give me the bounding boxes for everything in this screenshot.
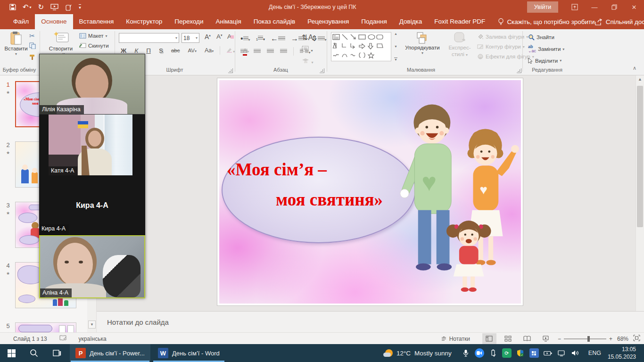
language-indicator[interactable]: українська <box>79 336 107 342</box>
quick-styles-button[interactable]: Експрес-стилі ▾ <box>443 31 476 58</box>
font-dialog-launcher[interactable] <box>228 68 233 73</box>
sign-in-button[interactable]: Увійти <box>527 1 558 13</box>
zoom-out-icon[interactable]: − <box>558 336 561 342</box>
minimize-icon[interactable]: — <box>585 0 604 14</box>
font-size-combo[interactable]: 18▾ <box>182 33 199 43</box>
spellcheck-icon[interactable] <box>59 335 66 343</box>
paste-button[interactable]: Вставити▾ <box>4 31 28 57</box>
slide-canvas[interactable]: «Моя сім’я – моя святиня» ♥ <box>217 78 523 306</box>
zoom-level[interactable]: 68% <box>617 336 628 342</box>
underline-button[interactable]: П <box>144 47 153 55</box>
numbering-button[interactable]: 1▾ <box>256 36 265 41</box>
battery-icon[interactable] <box>543 348 553 358</box>
tab-help[interactable]: Довідка <box>393 14 429 29</box>
slide-scrollbar[interactable]: ▲ <box>636 75 644 311</box>
align-text-button[interactable]: ▾ <box>302 45 317 54</box>
cut-icon[interactable]: ✂ <box>29 32 36 40</box>
clear-formatting-button[interactable]: А <box>225 33 236 41</box>
select-button[interactable]: Виділити▾ <box>528 58 564 64</box>
tab-foxit[interactable]: Foxit Reader PDF <box>428 14 491 29</box>
paragraph-dialog-launcher[interactable] <box>320 68 324 73</box>
tab-design[interactable]: Конструктор <box>120 14 168 29</box>
search-button[interactable] <box>23 344 45 362</box>
format-painter-icon[interactable] <box>29 54 36 62</box>
start-button[interactable] <box>0 344 23 362</box>
restore-icon[interactable] <box>604 0 624 14</box>
shapes-more-button[interactable]: ▼ <box>394 58 397 61</box>
find-button[interactable]: Знайти <box>528 34 564 41</box>
slide-scroll-up-icon[interactable]: ▲ <box>636 75 644 83</box>
align-left-button[interactable] <box>240 49 248 54</box>
zoom-slider[interactable]: − + <box>558 336 612 342</box>
video-tile-katya[interactable]: Катя 4-А <box>49 115 132 175</box>
align-right-button[interactable] <box>267 49 274 54</box>
tab-file[interactable]: Файл <box>0 14 35 29</box>
taskbar-powerpoint-button[interactable]: P День сім’ї - Power... <box>70 344 150 362</box>
weather-widget[interactable]: 12°C Mostly sunny <box>380 349 457 357</box>
bold-button[interactable]: Ж <box>119 47 128 55</box>
touch-mode-icon[interactable] <box>65 4 72 11</box>
replace-button[interactable]: ab⌄ac Замінити▾ <box>528 45 564 53</box>
microphone-icon[interactable] <box>461 348 471 358</box>
network-icon[interactable] <box>557 348 566 358</box>
text-direction-button[interactable]: ⇅A ▾ <box>302 33 317 42</box>
taskbar-clock[interactable]: 13:05 15.05.2023 <box>606 346 642 361</box>
reset-slide-button[interactable]: Скинути <box>79 42 109 49</box>
notes-placeholder[interactable]: Нотатки до слайда <box>107 318 169 326</box>
grow-font-button[interactable]: А▴ <box>203 33 213 41</box>
slide-title-line2[interactable]: моя святиня» <box>276 189 383 210</box>
close-icon[interactable]: ✕ <box>624 0 644 14</box>
video-tile-alina[interactable]: Аліна 4-А <box>39 235 145 298</box>
tab-animations[interactable]: Анімація <box>209 14 247 29</box>
tab-view[interactable]: Подання <box>355 14 393 29</box>
layout-button[interactable]: Макет▾ <box>79 33 109 39</box>
shapes-gallery[interactable] <box>331 32 391 61</box>
character-spacing-button[interactable]: AV▾ <box>186 47 198 54</box>
slideshow-view-button[interactable] <box>539 333 553 344</box>
italic-button[interactable]: К <box>132 47 140 55</box>
tab-insert[interactable]: Вставлення <box>73 14 120 29</box>
redo-icon[interactable]: ↻ <box>38 3 44 11</box>
task-view-button[interactable] <box>45 344 68 362</box>
tab-review[interactable]: Рецензування <box>301 14 355 29</box>
volume-icon[interactable] <box>570 348 580 358</box>
shapes-scroll-up[interactable]: ▲ <box>394 32 397 35</box>
save-icon[interactable] <box>9 4 16 10</box>
scrollbar-thumb[interactable] <box>637 86 643 227</box>
convert-smartart-button[interactable]: ▾ <box>302 57 317 66</box>
language-switcher[interactable]: ENG <box>584 350 606 356</box>
undo-icon[interactable]: ↶▾ <box>23 3 32 11</box>
align-center-button[interactable] <box>254 49 261 54</box>
shape-effects-button[interactable]: Ефекти для фігур▾ <box>477 54 534 59</box>
thumbnail-scroll-down-icon[interactable]: ▼ <box>88 321 96 329</box>
shapes-scroll-down[interactable]: ▼ <box>394 45 397 48</box>
zoom-in-icon[interactable]: + <box>609 336 612 342</box>
tab-home[interactable]: Основне <box>35 14 73 29</box>
slide-sorter-view-button[interactable] <box>501 333 515 344</box>
start-slideshow-icon[interactable] <box>50 4 58 10</box>
screen-share-icon[interactable]: ⟳ <box>502 348 512 358</box>
text-shadow-button[interactable]: S <box>157 47 165 55</box>
fit-slide-button[interactable] <box>633 335 640 343</box>
slide-editor-area[interactable]: «Моя сім’я – моя святиня» ♥ <box>97 75 636 311</box>
reading-view-button[interactable] <box>520 333 534 344</box>
slide-title-line1[interactable]: «Моя сім’я – <box>227 159 327 180</box>
copy-icon[interactable] <box>29 42 36 51</box>
arrange-button[interactable]: Упорядкувати▾ <box>403 31 442 56</box>
normal-view-button[interactable] <box>482 333 496 344</box>
tell-me-box[interactable]: Скажіть, що потрібно зробити <box>498 14 594 29</box>
zoom-slider-thumb[interactable] <box>587 336 590 342</box>
shape-outline-button[interactable]: Контур фігури▾ <box>477 44 534 49</box>
defender-icon[interactable] <box>516 348 525 358</box>
video-tile-lilia[interactable]: Лілія Казаріна <box>39 54 145 115</box>
tray-app-icon[interactable] <box>529 348 539 358</box>
shape-fill-button[interactable]: Заливка фігури▾ <box>477 34 534 40</box>
strikethrough-button[interactable]: abc <box>169 47 182 54</box>
zoom-app-icon[interactable] <box>475 348 484 358</box>
ribbon-display-options-icon[interactable] <box>565 0 585 14</box>
customize-qat-icon[interactable]: ▾ <box>79 4 81 10</box>
collapse-ribbon-icon[interactable]: ∧ <box>630 65 639 74</box>
decrease-indent-button[interactable]: ← <box>271 34 285 43</box>
taskbar-word-button[interactable]: W День сім’ї - Word <box>152 344 225 362</box>
drawing-dialog-launcher[interactable] <box>517 68 521 73</box>
